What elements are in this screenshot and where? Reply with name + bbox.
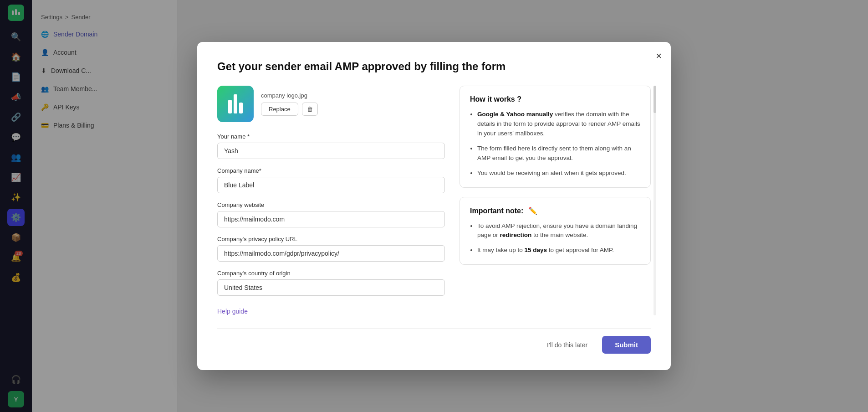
important-note-item-2: It may take up to 15 days to get approva… [477, 246, 640, 255]
your-name-group: Your name * [217, 133, 445, 159]
modal: × Get your sender email AMP approved by … [197, 42, 671, 370]
modal-form: company logo.jpg Replace 🗑 Your name * C… [217, 86, 445, 315]
google-yahoo-bold: Google & Yahoo manually [477, 111, 553, 118]
company-website-label: Company website [217, 201, 445, 208]
country-label: Company's country of origin [217, 270, 445, 277]
modal-title: Get your sender email AMP approved by fi… [217, 60, 651, 73]
company-website-group: Company website [217, 201, 445, 227]
company-website-input[interactable] [217, 211, 445, 227]
replace-logo-button[interactable]: Replace [261, 103, 298, 116]
how-it-works-item-1: Google & Yahoo manually verifies the dom… [477, 110, 640, 139]
privacy-policy-input[interactable] [217, 245, 445, 262]
logo-info: company logo.jpg Replace 🗑 [261, 92, 318, 116]
logo-bar-3 [239, 103, 243, 113]
logo-bar-2 [234, 94, 237, 113]
logo-bars-icon [228, 94, 243, 113]
how-it-works-item-2: The form filled here is directly sent to… [477, 144, 640, 163]
help-guide-link[interactable]: Help guide [217, 308, 248, 315]
modal-footer: I'll do this later Submit [217, 328, 651, 354]
redirection-bold: redirection [500, 232, 532, 238]
country-input[interactable] [217, 279, 445, 296]
scrollbar-thumb[interactable] [654, 86, 656, 113]
important-note-title: Important note: ✏️ [470, 206, 640, 215]
company-name-label: Company name* [217, 167, 445, 174]
pencil-icon: ✏️ [528, 207, 537, 215]
your-name-input[interactable] [217, 143, 445, 159]
important-note-item-1: To avoid AMP rejection, ensure you have … [477, 221, 640, 241]
scrollbar-track [654, 86, 656, 315]
modal-overlay: × Get your sender email AMP approved by … [0, 0, 868, 412]
submit-button[interactable]: Submit [602, 336, 651, 354]
modal-info: How it works ? Google & Yahoo manually v… [460, 86, 651, 315]
how-it-works-card: How it works ? Google & Yahoo manually v… [460, 86, 651, 188]
important-note-title-text: Important note: [470, 207, 523, 215]
privacy-policy-group: Company's privacy policy URL [217, 236, 445, 262]
delete-logo-button[interactable]: 🗑 [302, 103, 318, 116]
how-it-works-item-3: You would be receiving an alert when it … [477, 169, 640, 178]
do-later-button[interactable]: I'll do this later [540, 337, 595, 353]
how-it-works-title: How it works ? [470, 95, 640, 103]
modal-body: company logo.jpg Replace 🗑 Your name * C… [217, 86, 651, 315]
company-logo-preview [217, 86, 254, 122]
important-note-card: Important note: ✏️ To avoid AMP rejectio… [460, 197, 651, 265]
logo-actions: Replace 🗑 [261, 103, 318, 116]
important-note-list: To avoid AMP rejection, ensure you have … [470, 221, 640, 256]
logo-section: company logo.jpg Replace 🗑 [217, 86, 445, 122]
company-name-input[interactable] [217, 177, 445, 193]
privacy-policy-label: Company's privacy policy URL [217, 236, 445, 242]
modal-close-button[interactable]: × [656, 51, 662, 61]
how-it-works-list: Google & Yahoo manually verifies the dom… [470, 110, 640, 178]
company-name-group: Company name* [217, 167, 445, 193]
your-name-label: Your name * [217, 133, 445, 140]
logo-filename: company logo.jpg [261, 92, 318, 99]
15-days-bold: 15 days [525, 247, 547, 253]
country-group: Company's country of origin [217, 270, 445, 296]
logo-bar-1 [228, 100, 232, 113]
